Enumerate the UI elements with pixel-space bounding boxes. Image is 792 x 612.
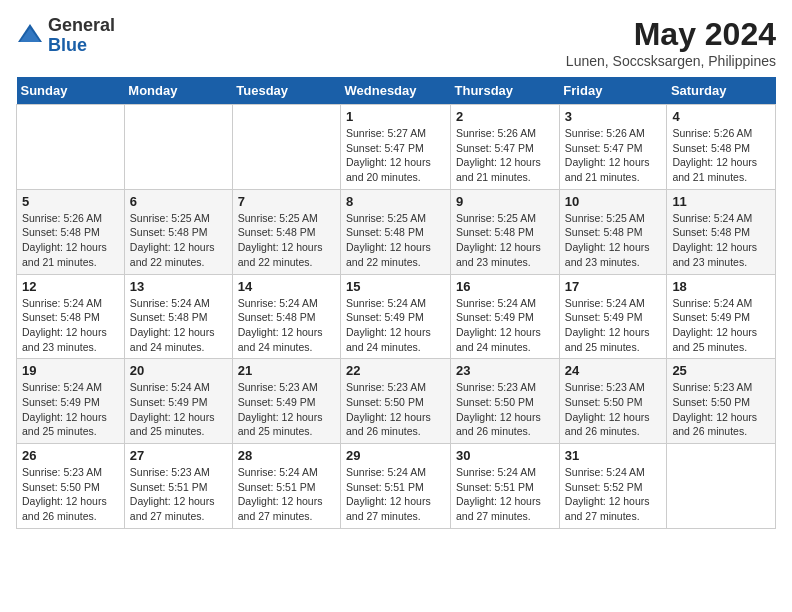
- day-number: 9: [456, 194, 554, 209]
- calendar-cell: 10Sunrise: 5:25 AMSunset: 5:48 PMDayligh…: [559, 189, 667, 274]
- calendar-cell: 31Sunrise: 5:24 AMSunset: 5:52 PMDayligh…: [559, 444, 667, 529]
- cell-info: Sunrise: 5:23 AMSunset: 5:50 PMDaylight:…: [672, 381, 757, 437]
- day-number: 28: [238, 448, 335, 463]
- calendar-cell: 7Sunrise: 5:25 AMSunset: 5:48 PMDaylight…: [232, 189, 340, 274]
- day-number: 5: [22, 194, 119, 209]
- cell-info: Sunrise: 5:24 AMSunset: 5:49 PMDaylight:…: [672, 297, 757, 353]
- calendar-week-row: 12Sunrise: 5:24 AMSunset: 5:48 PMDayligh…: [17, 274, 776, 359]
- cell-info: Sunrise: 5:26 AMSunset: 5:48 PMDaylight:…: [672, 127, 757, 183]
- calendar-cell: 25Sunrise: 5:23 AMSunset: 5:50 PMDayligh…: [667, 359, 776, 444]
- calendar-cell: 2Sunrise: 5:26 AMSunset: 5:47 PMDaylight…: [451, 105, 560, 190]
- weekday-header-monday: Monday: [124, 77, 232, 105]
- calendar-cell: 21Sunrise: 5:23 AMSunset: 5:49 PMDayligh…: [232, 359, 340, 444]
- day-number: 26: [22, 448, 119, 463]
- calendar-cell: 8Sunrise: 5:25 AMSunset: 5:48 PMDaylight…: [341, 189, 451, 274]
- day-number: 25: [672, 363, 770, 378]
- calendar-cell: 27Sunrise: 5:23 AMSunset: 5:51 PMDayligh…: [124, 444, 232, 529]
- day-number: 3: [565, 109, 662, 124]
- calendar-cell: 19Sunrise: 5:24 AMSunset: 5:49 PMDayligh…: [17, 359, 125, 444]
- calendar-cell: 5Sunrise: 5:26 AMSunset: 5:48 PMDaylight…: [17, 189, 125, 274]
- calendar-cell: 26Sunrise: 5:23 AMSunset: 5:50 PMDayligh…: [17, 444, 125, 529]
- calendar-table: SundayMondayTuesdayWednesdayThursdayFrid…: [16, 77, 776, 529]
- location-subtitle: Lunen, Soccsksargen, Philippines: [566, 53, 776, 69]
- day-number: 15: [346, 279, 445, 294]
- day-number: 6: [130, 194, 227, 209]
- cell-info: Sunrise: 5:25 AMSunset: 5:48 PMDaylight:…: [456, 212, 541, 268]
- day-number: 30: [456, 448, 554, 463]
- cell-info: Sunrise: 5:25 AMSunset: 5:48 PMDaylight:…: [238, 212, 323, 268]
- logo-general-text: General: [48, 15, 115, 35]
- day-number: 20: [130, 363, 227, 378]
- cell-info: Sunrise: 5:24 AMSunset: 5:49 PMDaylight:…: [22, 381, 107, 437]
- weekday-header-wednesday: Wednesday: [341, 77, 451, 105]
- day-number: 29: [346, 448, 445, 463]
- calendar-week-row: 5Sunrise: 5:26 AMSunset: 5:48 PMDaylight…: [17, 189, 776, 274]
- calendar-cell: 30Sunrise: 5:24 AMSunset: 5:51 PMDayligh…: [451, 444, 560, 529]
- calendar-cell: [232, 105, 340, 190]
- calendar-cell: 15Sunrise: 5:24 AMSunset: 5:49 PMDayligh…: [341, 274, 451, 359]
- cell-info: Sunrise: 5:24 AMSunset: 5:48 PMDaylight:…: [672, 212, 757, 268]
- cell-info: Sunrise: 5:24 AMSunset: 5:48 PMDaylight:…: [130, 297, 215, 353]
- weekday-header-row: SundayMondayTuesdayWednesdayThursdayFrid…: [17, 77, 776, 105]
- cell-info: Sunrise: 5:23 AMSunset: 5:49 PMDaylight:…: [238, 381, 323, 437]
- cell-info: Sunrise: 5:23 AMSunset: 5:50 PMDaylight:…: [565, 381, 650, 437]
- day-number: 17: [565, 279, 662, 294]
- cell-info: Sunrise: 5:26 AMSunset: 5:47 PMDaylight:…: [565, 127, 650, 183]
- calendar-cell: 23Sunrise: 5:23 AMSunset: 5:50 PMDayligh…: [451, 359, 560, 444]
- calendar-cell: 12Sunrise: 5:24 AMSunset: 5:48 PMDayligh…: [17, 274, 125, 359]
- cell-info: Sunrise: 5:24 AMSunset: 5:51 PMDaylight:…: [456, 466, 541, 522]
- cell-info: Sunrise: 5:24 AMSunset: 5:49 PMDaylight:…: [565, 297, 650, 353]
- day-number: 22: [346, 363, 445, 378]
- calendar-cell: [667, 444, 776, 529]
- day-number: 14: [238, 279, 335, 294]
- day-number: 13: [130, 279, 227, 294]
- calendar-cell: 3Sunrise: 5:26 AMSunset: 5:47 PMDaylight…: [559, 105, 667, 190]
- calendar-cell: 28Sunrise: 5:24 AMSunset: 5:51 PMDayligh…: [232, 444, 340, 529]
- cell-info: Sunrise: 5:27 AMSunset: 5:47 PMDaylight:…: [346, 127, 431, 183]
- logo-icon: [16, 22, 44, 50]
- cell-info: Sunrise: 5:23 AMSunset: 5:50 PMDaylight:…: [346, 381, 431, 437]
- calendar-cell: 24Sunrise: 5:23 AMSunset: 5:50 PMDayligh…: [559, 359, 667, 444]
- calendar-cell: 1Sunrise: 5:27 AMSunset: 5:47 PMDaylight…: [341, 105, 451, 190]
- calendar-cell: 13Sunrise: 5:24 AMSunset: 5:48 PMDayligh…: [124, 274, 232, 359]
- day-number: 10: [565, 194, 662, 209]
- calendar-cell: [124, 105, 232, 190]
- calendar-cell: 20Sunrise: 5:24 AMSunset: 5:49 PMDayligh…: [124, 359, 232, 444]
- weekday-header-thursday: Thursday: [451, 77, 560, 105]
- logo-blue-text: Blue: [48, 35, 87, 55]
- day-number: 19: [22, 363, 119, 378]
- cell-info: Sunrise: 5:25 AMSunset: 5:48 PMDaylight:…: [565, 212, 650, 268]
- calendar-cell: 29Sunrise: 5:24 AMSunset: 5:51 PMDayligh…: [341, 444, 451, 529]
- weekday-header-saturday: Saturday: [667, 77, 776, 105]
- cell-info: Sunrise: 5:24 AMSunset: 5:52 PMDaylight:…: [565, 466, 650, 522]
- calendar-week-row: 1Sunrise: 5:27 AMSunset: 5:47 PMDaylight…: [17, 105, 776, 190]
- day-number: 1: [346, 109, 445, 124]
- cell-info: Sunrise: 5:26 AMSunset: 5:47 PMDaylight:…: [456, 127, 541, 183]
- day-number: 12: [22, 279, 119, 294]
- title-block: May 2024 Lunen, Soccsksargen, Philippine…: [566, 16, 776, 69]
- logo: General Blue: [16, 16, 115, 56]
- cell-info: Sunrise: 5:24 AMSunset: 5:49 PMDaylight:…: [456, 297, 541, 353]
- day-number: 24: [565, 363, 662, 378]
- day-number: 8: [346, 194, 445, 209]
- cell-info: Sunrise: 5:23 AMSunset: 5:50 PMDaylight:…: [456, 381, 541, 437]
- calendar-week-row: 26Sunrise: 5:23 AMSunset: 5:50 PMDayligh…: [17, 444, 776, 529]
- cell-info: Sunrise: 5:25 AMSunset: 5:48 PMDaylight:…: [130, 212, 215, 268]
- calendar-cell: 14Sunrise: 5:24 AMSunset: 5:48 PMDayligh…: [232, 274, 340, 359]
- calendar-week-row: 19Sunrise: 5:24 AMSunset: 5:49 PMDayligh…: [17, 359, 776, 444]
- day-number: 18: [672, 279, 770, 294]
- day-number: 31: [565, 448, 662, 463]
- day-number: 7: [238, 194, 335, 209]
- weekday-header-tuesday: Tuesday: [232, 77, 340, 105]
- cell-info: Sunrise: 5:24 AMSunset: 5:49 PMDaylight:…: [346, 297, 431, 353]
- day-number: 27: [130, 448, 227, 463]
- cell-info: Sunrise: 5:26 AMSunset: 5:48 PMDaylight:…: [22, 212, 107, 268]
- month-year-title: May 2024: [566, 16, 776, 53]
- cell-info: Sunrise: 5:24 AMSunset: 5:51 PMDaylight:…: [346, 466, 431, 522]
- day-number: 2: [456, 109, 554, 124]
- day-number: 16: [456, 279, 554, 294]
- day-number: 21: [238, 363, 335, 378]
- cell-info: Sunrise: 5:24 AMSunset: 5:48 PMDaylight:…: [22, 297, 107, 353]
- calendar-cell: 17Sunrise: 5:24 AMSunset: 5:49 PMDayligh…: [559, 274, 667, 359]
- calendar-cell: 6Sunrise: 5:25 AMSunset: 5:48 PMDaylight…: [124, 189, 232, 274]
